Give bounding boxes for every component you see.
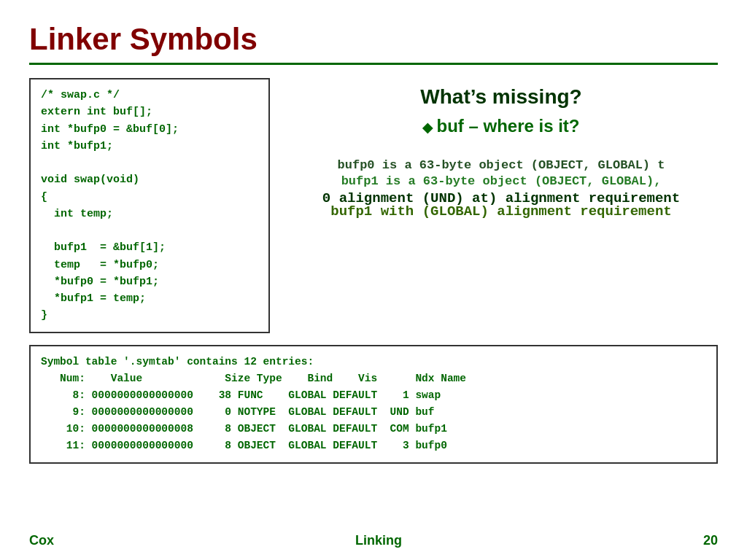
overlay-line1-green: bufp1 is a 63-byte object (OBJECT, GLOBA… <box>285 174 718 188</box>
footer-left: Cox <box>29 533 54 548</box>
overlay-line2-green: bufp1 with (GLOBAL) alignment requiremen… <box>285 203 718 219</box>
overlay-container: bufp0 is a 63-byte object (OBJECT, GLOBA… <box>285 158 718 224</box>
page-title: Linker Symbols <box>29 22 718 57</box>
slide: Linker Symbols /* swap.c */ extern int b… <box>0 0 747 560</box>
title-divider <box>29 63 718 65</box>
footer-center: Linking <box>355 533 402 548</box>
right-panel: What’s missing? buf – where is it? bufp0… <box>285 78 718 333</box>
content-area: /* swap.c */ extern int buf[]; int *bufp… <box>29 78 718 333</box>
footer-right: 20 <box>703 533 718 548</box>
symbol-table: Symbol table '.symtab' contains 12 entri… <box>29 345 718 464</box>
question-text: What’s missing? <box>285 85 718 109</box>
overlay-line1-dark: bufp0 is a 63-byte object (OBJECT, GLOBA… <box>285 158 718 172</box>
bullet-text: buf – where is it? <box>285 116 718 136</box>
footer: Cox Linking 20 <box>29 533 718 548</box>
code-block: /* swap.c */ extern int buf[]; int *bufp… <box>29 78 270 333</box>
